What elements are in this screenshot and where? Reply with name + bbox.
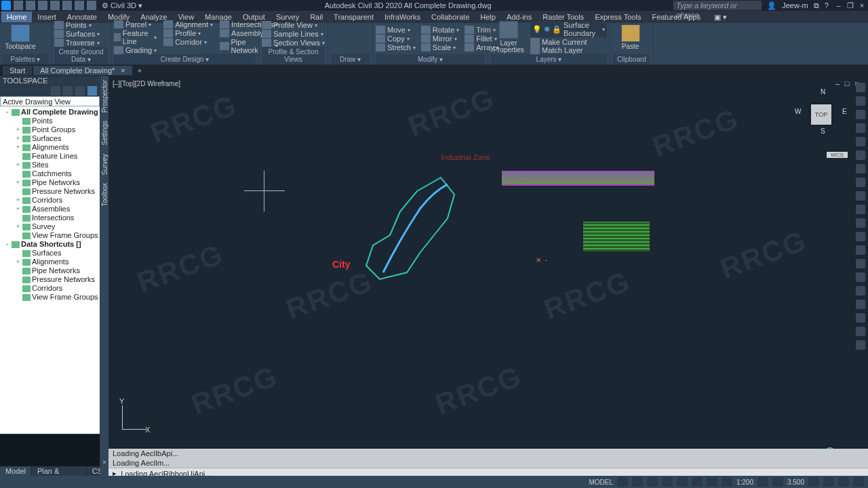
nav-icon-9[interactable] <box>856 191 865 201</box>
workspace-icon[interactable] <box>772 477 783 487</box>
navigation-bar[interactable] <box>854 83 867 350</box>
modify-scale[interactable]: Scale▾ <box>421 43 459 52</box>
rail-settings[interactable]: Settings <box>101 117 108 149</box>
min-button[interactable]: – <box>834 1 844 9</box>
table-icon[interactable] <box>353 45 362 54</box>
nav-icon-19[interactable] <box>856 327 865 336</box>
viewport-label[interactable]: [–][Top][2D Wireframe] <box>113 80 180 87</box>
tree-surfaces[interactable]: Surfaces <box>0 249 100 258</box>
design-grading[interactable]: Grading▾ <box>114 46 157 54</box>
tab-home[interactable]: Home <box>1 12 32 22</box>
rect-icon[interactable] <box>331 34 340 43</box>
design-parcel[interactable]: Parcel▾ <box>114 20 157 28</box>
osnap-toggle-icon[interactable] <box>677 477 688 487</box>
tree-view-frame-groups[interactable]: View Frame Groups <box>0 231 100 240</box>
tree-survey[interactable]: +Survey <box>0 222 100 231</box>
nav-orbit-icon[interactable] <box>856 123 865 133</box>
drawing-canvas[interactable]: [–][Top][2D Wireframe] – □ × RRCG RRCG R… <box>108 76 868 476</box>
modify-copy[interactable]: Copy▾ <box>376 35 416 43</box>
viewcube-s[interactable]: S <box>821 127 825 135</box>
tree-pressure-networks[interactable]: Pressure Networks <box>0 275 100 284</box>
nav-icon-17[interactable] <box>856 300 865 309</box>
viewcube-e[interactable]: E <box>842 108 847 115</box>
transparency-toggle-icon[interactable] <box>722 477 732 487</box>
print-icon[interactable] <box>87 1 96 10</box>
tab-featured-apps[interactable]: Featured Apps <box>646 12 706 22</box>
tree-sites[interactable]: +Sites <box>0 161 100 169</box>
viewcube[interactable]: N S E W TOP <box>795 88 848 142</box>
status-model[interactable]: MODEL <box>589 479 613 486</box>
profile-sample-lines[interactable]: Sample Lines▾ <box>262 30 325 38</box>
command-line[interactable]: × Loading AeclIbApi... Loading AeclIm...… <box>108 449 868 476</box>
panel-title-draw[interactable]: Draw ▾ <box>331 54 370 64</box>
line-icon[interactable] <box>331 23 340 33</box>
app-icon[interactable] <box>1 1 11 10</box>
open-icon[interactable] <box>26 1 35 10</box>
status-scale[interactable]: 1:200 <box>736 479 753 486</box>
ellipse-icon[interactable] <box>342 34 351 43</box>
tree-assemblies[interactable]: +Assemblies <box>0 205 100 214</box>
viewcube-face[interactable]: TOP <box>811 104 831 125</box>
modify-move[interactable]: Move▾ <box>376 26 416 34</box>
nav-icon-10[interactable] <box>856 205 865 214</box>
prospector-tree[interactable]: -All Complete DrawingPoints+Point Groups… <box>0 106 100 434</box>
tree-view-frame-groups[interactable]: View Frame Groups <box>0 293 100 302</box>
nav-pan-icon[interactable] <box>856 96 865 106</box>
design-corridor[interactable]: Corridor▾ <box>163 38 213 46</box>
panel-title-layers[interactable]: Layers ▾ <box>491 54 607 64</box>
help-icon[interactable]: ? <box>825 1 829 9</box>
nav-icon-12[interactable] <box>856 232 865 241</box>
layout-tab-plan-profile[interactable]: Plan & Profile <box>32 466 87 476</box>
tree-feature-lines[interactable]: Feature Lines <box>0 152 100 161</box>
nav-icon-20[interactable] <box>856 340 865 350</box>
polyline-icon[interactable] <box>342 23 351 33</box>
more-draw-icon[interactable] <box>363 45 373 54</box>
isolate-icon[interactable] <box>808 477 819 487</box>
ts-tool-3[interactable] <box>75 86 85 96</box>
workspace-selector[interactable]: ⚙ Civil 3D ▾ <box>102 1 142 10</box>
save-icon[interactable] <box>38 1 47 10</box>
lweight-toggle-icon[interactable] <box>707 477 717 487</box>
panel-title-modify[interactable]: Modify ▾ <box>376 54 485 64</box>
nav-icon-8[interactable] <box>856 178 865 187</box>
profile-profile-view[interactable]: Profile View▾ <box>262 21 325 29</box>
toolspace-button[interactable]: Toolspace <box>3 24 38 50</box>
new-icon[interactable] <box>14 1 23 10</box>
tab-close-icon[interactable]: × <box>121 66 125 75</box>
design-feature-line[interactable]: Feature Line▾ <box>114 29 157 45</box>
viewport-min-icon[interactable]: – <box>834 80 841 87</box>
region-icon[interactable] <box>342 45 351 54</box>
signin-icon[interactable]: 👤 <box>767 1 776 10</box>
nav-icon-15[interactable] <box>856 272 865 282</box>
tree-surfaces[interactable]: +Surfaces <box>0 134 100 143</box>
spline-icon[interactable] <box>363 34 373 43</box>
paste-button[interactable]: Paste <box>613 24 648 50</box>
ts-tool-1[interactable] <box>51 86 60 96</box>
tree-intersections[interactable]: Intersections <box>0 214 100 222</box>
wcs-label[interactable]: WCS <box>827 152 848 158</box>
rail-survey[interactable]: Survey <box>101 150 108 179</box>
profile-section-views[interactable]: Section Views▾ <box>262 39 325 47</box>
layout-tab-model[interactable]: Model <box>0 466 32 476</box>
tab-collaborate[interactable]: Collaborate <box>426 12 475 22</box>
undo-icon[interactable] <box>62 1 72 10</box>
viewcube-w[interactable]: W <box>795 108 801 115</box>
nav-icon-6[interactable] <box>856 150 865 160</box>
tree-data-shortcuts-[interactable]: -Data Shortcuts [] <box>0 240 100 249</box>
tree-alignments[interactable]: +Alignments <box>0 258 100 266</box>
modify-mirror[interactable]: Mirror▾ <box>421 35 459 43</box>
quick-access-toolbar[interactable] <box>1 1 96 10</box>
tree-point-groups[interactable]: +Point Groups <box>0 125 100 134</box>
nav-icon-18[interactable] <box>856 313 865 323</box>
modify-rotate[interactable]: Rotate▾ <box>421 26 459 34</box>
tab-overflow[interactable]: ▣ ▾ <box>709 12 732 23</box>
viewcube-n[interactable]: N <box>821 88 825 96</box>
tree-alignments[interactable]: +Alignments <box>0 143 100 152</box>
layer-match-layer[interactable]: Match Layer <box>530 46 607 54</box>
restore-button[interactable]: ❐ <box>846 1 855 10</box>
layer-make-current[interactable]: Make Current <box>530 38 607 46</box>
tab-current[interactable]: All Complete Drawing* × <box>33 66 132 75</box>
circle-icon[interactable] <box>353 23 362 33</box>
nav-wheel-icon[interactable] <box>856 83 865 92</box>
grid-toggle-icon[interactable] <box>617 477 628 487</box>
